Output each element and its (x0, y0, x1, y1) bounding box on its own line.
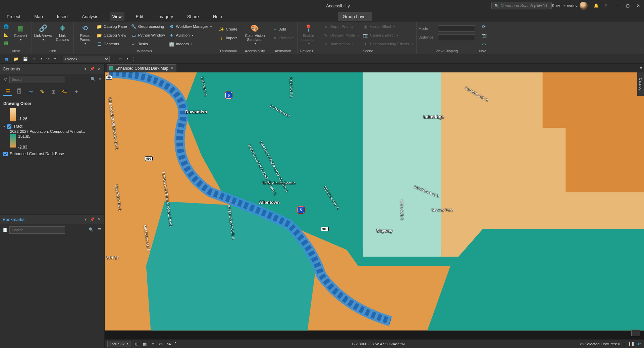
distance-input[interactable] (438, 34, 475, 40)
qat-new-icon[interactable]: ▦ (3, 56, 10, 62)
bookmarks-dropdown-icon[interactable]: ▾ (83, 217, 88, 222)
scale-selector[interactable]: 1:20,932 ▾ (107, 341, 130, 347)
mode-input[interactable] (438, 25, 475, 32)
sb-snap-icon[interactable]: ✧ (150, 341, 156, 347)
bell-icon[interactable]: 🔔 (594, 3, 598, 8)
panel-dropdown-icon[interactable]: ▾ (83, 66, 88, 71)
ribbon-group-scene: Scene (363, 48, 373, 54)
collapse-icon[interactable]: ▾ (3, 125, 5, 128)
filter-icon[interactable]: ▽ (2, 76, 8, 83)
create-thumbnail-button[interactable]: ✨Create (217, 25, 239, 33)
catalog-pane-button[interactable]: 📁Catalog Pane (95, 23, 128, 30)
bookmarks-menu-icon[interactable]: ☰ (96, 226, 102, 234)
chevron-down-icon[interactable]: ▾ (99, 77, 101, 81)
contents-button[interactable]: ☰Contents (95, 40, 128, 48)
color-vision-simulator-button[interactable]: 🎨 Color Vision Simulator▾ (243, 23, 267, 45)
map-tabbar-dropdown-icon[interactable]: ▾ (640, 66, 642, 70)
tab-view[interactable]: View (110, 12, 124, 21)
tract-label[interactable]: Tract (13, 124, 22, 129)
sb-pause2-icon[interactable]: ❚❚ (628, 342, 635, 346)
bookmarks-pin-icon[interactable]: 📌 (90, 217, 95, 222)
panel-pin-icon[interactable]: 📌 (90, 66, 95, 71)
remove-animation-button[interactable]: ✕Remove (271, 34, 295, 42)
base-checkbox[interactable] (3, 152, 8, 156)
depth-priority-button[interactable]: ≡Depth Priority (322, 23, 360, 30)
maximize-icon[interactable]: ▢ (626, 3, 631, 8)
qat-select-icon[interactable]: ▭ (117, 56, 124, 62)
nav-sync-icon[interactable]: ⟳ (480, 23, 488, 30)
tab-map[interactable]: Map (32, 12, 45, 21)
bookmarks-list-icon[interactable]: 📑 (2, 226, 8, 234)
globe-icon[interactable]: 🌐 (2, 23, 10, 30)
enable-location-button[interactable]: 📍 Enable Location▾ (300, 23, 318, 45)
qat-undo-icon[interactable]: ↶ (31, 56, 38, 62)
qat-selection-dropdown[interactable]: <None> (63, 56, 110, 62)
toc-selection-icon[interactable]: ▱ (26, 87, 35, 96)
panel-close-icon[interactable]: ✕ (96, 66, 102, 71)
convert-button[interactable]: ▦ Convert ▾ (11, 23, 30, 41)
context-tab-group-layer[interactable]: Group Layer (338, 12, 372, 21)
nav-camera-icon[interactable]: 📷 (480, 32, 488, 39)
qat-save-icon[interactable]: 💾 (21, 56, 29, 62)
bookmarks-close-icon[interactable]: ✕ (96, 217, 102, 222)
close-icon[interactable]: ✕ (637, 3, 641, 8)
sb-pause-icon[interactable]: N▸ (166, 341, 172, 347)
indoors-button[interactable]: 🏢Indoors▾ (168, 40, 213, 48)
tract-checkbox[interactable] (7, 124, 11, 129)
catalog-view-button[interactable]: 📂Catalog View (95, 32, 128, 39)
map-tab-swatch (109, 66, 113, 70)
toc-snap-icon[interactable]: ⊞ (49, 87, 58, 96)
base-label[interactable]: Enhanced Contrast Dark Base (10, 152, 64, 156)
python-window-button[interactable]: ▭Python Window (130, 32, 166, 39)
map-view[interactable]: Duwamish Allentown Lakeridge Skyway Skyw… (105, 72, 644, 348)
sb-grid2-icon[interactable]: ▦ (142, 341, 148, 347)
layer-icon[interactable]: ▦ (2, 39, 10, 46)
aviation-button[interactable]: ✈Aviation▾ (168, 32, 213, 39)
catalog-tab[interactable]: Catalog (637, 72, 644, 96)
qat-open-icon[interactable]: 📁 (12, 56, 19, 62)
illumination-button[interactable]: ☀Illumination▾ (322, 40, 360, 48)
toc-perspective-icon[interactable]: ✦ (72, 87, 80, 96)
toc-label-icon[interactable]: 🏷 (60, 87, 69, 96)
sb-grid-icon[interactable]: ⊞ (134, 341, 140, 347)
reset-panes-button[interactable]: ⟲ Reset Panes▾ (76, 23, 94, 45)
tab-project[interactable]: Project (4, 12, 23, 21)
drawing-mode-button[interactable]: ✎Drawing Mode▾ (322, 32, 360, 39)
camera-effect-button[interactable]: 📷Camera Effect▾ (362, 32, 414, 39)
tab-imagery[interactable]: Imagery (155, 12, 176, 21)
geoprocessing-button[interactable]: 🔧Geoprocessing (130, 23, 166, 30)
command-search[interactable]: 🔍 Command Search (Alt+Q) (491, 2, 552, 9)
selected-features-label[interactable]: ▭ Selected Features: 0 (580, 342, 620, 346)
contents-search-input[interactable] (9, 76, 65, 83)
map-tab[interactable]: Enhanced Contrast Dark Map ✕ (107, 64, 176, 72)
postprocessing-button[interactable]: ✦Postprocessing Effects▾ (362, 40, 414, 48)
nav-bookmark-icon[interactable]: ▭ (480, 40, 488, 48)
navigator-icon[interactable] (631, 330, 640, 336)
qat-more-icon[interactable]: ⋮ (130, 56, 138, 62)
tab-edit[interactable]: Edit (133, 12, 146, 21)
sb-refresh-icon[interactable]: ⟳ (638, 342, 641, 346)
workflow-manager-button[interactable]: ⚙Workflow Manager▾ (168, 23, 213, 30)
import-thumbnail-button[interactable]: ↓Import (217, 34, 239, 42)
ribbon-collapse-icon[interactable]: ⌃ (640, 49, 643, 53)
minimize-icon[interactable]: — (615, 3, 620, 8)
add-animation-button[interactable]: +Add (271, 25, 295, 33)
qat-redo-icon[interactable]: ↷ (44, 56, 52, 62)
link-cursors-button[interactable]: ✥ Link Cursors (53, 23, 71, 42)
link-views-button[interactable]: 🔗 Link Views▾ (34, 23, 52, 41)
user-label[interactable]: Kory · korydev (552, 2, 588, 10)
tab-insert[interactable]: Insert (54, 12, 71, 21)
toc-source-icon[interactable]: 🗄 (15, 87, 23, 96)
bookmarks-search-input[interactable] (9, 226, 65, 234)
visual-effect-button[interactable]: ◉Visual Effect▾ (362, 23, 414, 30)
toc-list-icon[interactable]: ☰ (3, 87, 12, 96)
tab-help[interactable]: Help (210, 12, 225, 21)
tab-analysis[interactable]: Analysis (79, 12, 101, 21)
tasks-button[interactable]: ✓Tasks (130, 40, 166, 48)
ruler-icon[interactable]: 📐 (2, 31, 10, 38)
help-icon[interactable]: ? (604, 3, 609, 8)
tab-share[interactable]: Share (184, 12, 202, 21)
toc-edit-icon[interactable]: ✎ (38, 87, 46, 96)
map-tab-close-icon[interactable]: ✕ (170, 66, 174, 71)
sb-dyntext-icon[interactable]: ▭ (158, 341, 164, 347)
